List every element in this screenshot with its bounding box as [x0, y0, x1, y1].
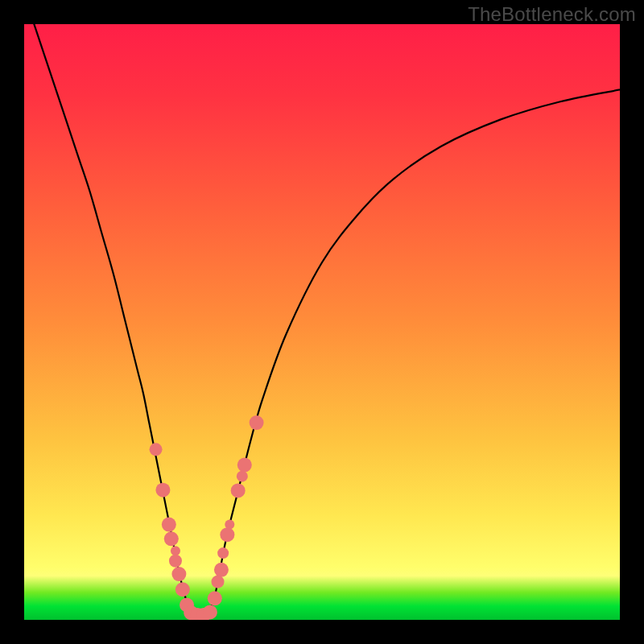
sample-point [217, 547, 229, 559]
sample-point [231, 483, 246, 497]
sample-point [169, 555, 182, 568]
gradient-background [24, 24, 620, 620]
chart-svg [24, 24, 620, 620]
sample-point [237, 471, 248, 482]
sample-point [208, 591, 222, 605]
watermark-text: TheBottleneck.com [468, 3, 636, 26]
sample-point [214, 563, 229, 577]
sample-point [225, 520, 234, 530]
sample-point [220, 527, 234, 542]
sample-point [203, 605, 217, 619]
sample-point [164, 531, 179, 546]
sample-point [171, 567, 186, 581]
sample-point [171, 546, 180, 555]
sample-point [162, 518, 176, 532]
chart-frame: TheBottleneck.com [0, 0, 644, 644]
sample-point [155, 483, 170, 497]
sample-point [175, 582, 190, 597]
sample-point [212, 576, 225, 588]
sample-point [237, 458, 252, 473]
sample-point [150, 443, 163, 456]
sample-point [250, 415, 264, 430]
